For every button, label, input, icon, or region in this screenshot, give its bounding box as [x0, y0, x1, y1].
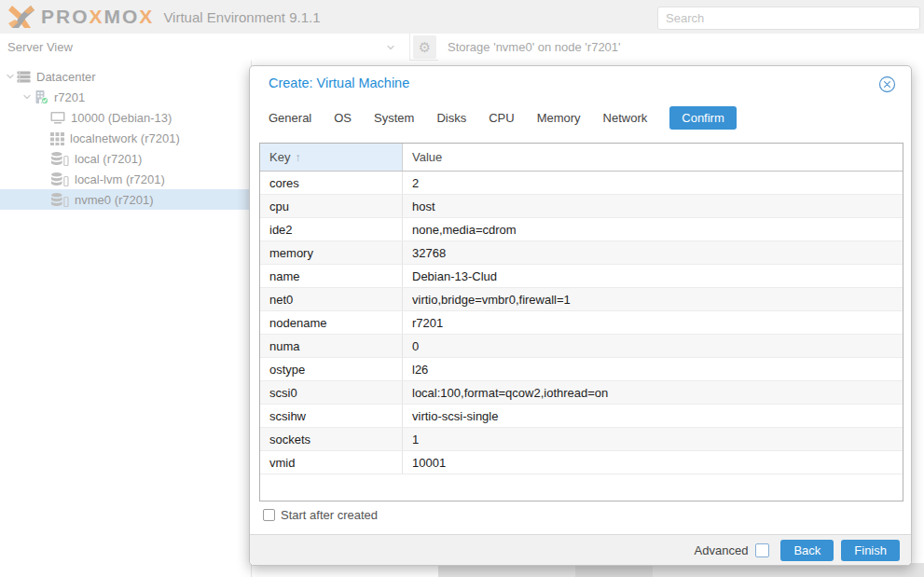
start-after-created-row: Start after created [263, 508, 378, 522]
table-row-scsi0[interactable]: scsi0local:100,format=qcow2,iothread=on [260, 381, 903, 405]
table-row-nodename[interactable]: nodenamer7201 [260, 311, 903, 335]
table-row-numa[interactable]: numa0 [260, 335, 903, 358]
key-cell: scsihw [260, 405, 403, 427]
close-button[interactable] [877, 75, 896, 93]
table-row-vmid[interactable]: vmid10001 [260, 451, 903, 474]
value-cell: l26 [403, 358, 903, 380]
table-row-memory[interactable]: memory32768 [260, 241, 903, 265]
tab-disks[interactable]: Disks [436, 106, 466, 130]
value-cell: 1 [403, 428, 903, 450]
advanced-label: Advanced [695, 543, 749, 557]
key-cell: cores [260, 172, 403, 194]
table-row-cpu[interactable]: cpuhost [260, 195, 903, 218]
tab-os[interactable]: OS [334, 106, 352, 130]
confirm-summary-grid: Key ↑ Value cores2cpuhostide2none,media=… [259, 143, 903, 501]
tab-confirm[interactable]: Confirm [669, 106, 737, 130]
table-row-sockets[interactable]: sockets1 [260, 428, 903, 451]
tab-memory[interactable]: Memory [537, 106, 581, 130]
create-vm-dialog: Create: Virtual Machine GeneralOSSystemD… [249, 65, 912, 566]
grid-body: cores2cpuhostide2none,media=cdrommemory3… [260, 172, 903, 474]
dialog-title: Create: Virtual Machine [269, 76, 409, 90]
start-after-created-checkbox[interactable] [263, 509, 275, 521]
value-cell: virtio,bridge=vmbr0,firewall=1 [403, 288, 903, 310]
dialog-footer: Advanced Back Finish [250, 534, 911, 565]
back-button[interactable]: Back [780, 540, 834, 561]
finish-button[interactable]: Finish [841, 540, 900, 561]
value-cell: local:100,format=qcow2,iothread=on [403, 381, 903, 404]
key-cell: scsi0 [260, 381, 403, 404]
key-cell: memory [260, 241, 403, 264]
key-cell: name [260, 265, 403, 287]
table-row-scsihw[interactable]: scsihwvirtio-scsi-single [260, 405, 903, 428]
value-cell: none,media=cdrom [403, 218, 903, 240]
tab-cpu[interactable]: CPU [489, 106, 514, 130]
value-cell: host [403, 195, 903, 217]
proxmox-app: PROXMOX Virtual Environment 9.1.1 Server… [0, 0, 924, 577]
start-after-created-label: Start after created [281, 508, 378, 522]
close-icon [878, 76, 896, 93]
value-cell: virtio-scsi-single [403, 405, 903, 427]
value-cell: r7201 [403, 311, 903, 334]
sort-ascending-icon: ↑ [295, 151, 300, 164]
key-column-label: Key [269, 150, 290, 164]
table-row-cores[interactable]: cores2 [260, 172, 903, 195]
table-row-net0[interactable]: net0virtio,bridge=vmbr0,firewall=1 [260, 288, 903, 311]
value-cell: 10001 [403, 451, 903, 474]
value-cell: 32768 [403, 241, 903, 264]
tab-system[interactable]: System [374, 106, 414, 130]
dialog-tab-bar: GeneralOSSystemDisksCPUMemoryNetworkConf… [269, 105, 737, 130]
key-cell: nodename [260, 311, 403, 334]
tab-general[interactable]: General [269, 106, 311, 130]
value-cell: 0 [403, 335, 903, 357]
key-cell: sockets [260, 428, 403, 450]
advanced-checkbox[interactable] [755, 543, 769, 557]
grid-header-row: Key ↑ Value [260, 144, 903, 172]
key-cell: numa [260, 335, 403, 357]
table-row-ostype[interactable]: ostypel26 [260, 358, 903, 381]
table-row-ide2[interactable]: ide2none,media=cdrom [260, 218, 903, 241]
column-header-value[interactable]: Value [403, 144, 903, 171]
column-header-key[interactable]: Key ↑ [260, 144, 403, 171]
key-cell: ide2 [260, 218, 403, 240]
tab-network[interactable]: Network [603, 106, 648, 130]
value-cell: Debian-13-Clud [403, 265, 903, 287]
value-cell: 2 [403, 172, 903, 194]
value-column-label: Value [412, 150, 442, 164]
key-cell: vmid [260, 451, 403, 474]
key-cell: ostype [260, 358, 403, 380]
key-cell: cpu [260, 195, 403, 217]
key-cell: net0 [260, 288, 403, 310]
table-row-name[interactable]: nameDebian-13-Clud [260, 265, 903, 288]
